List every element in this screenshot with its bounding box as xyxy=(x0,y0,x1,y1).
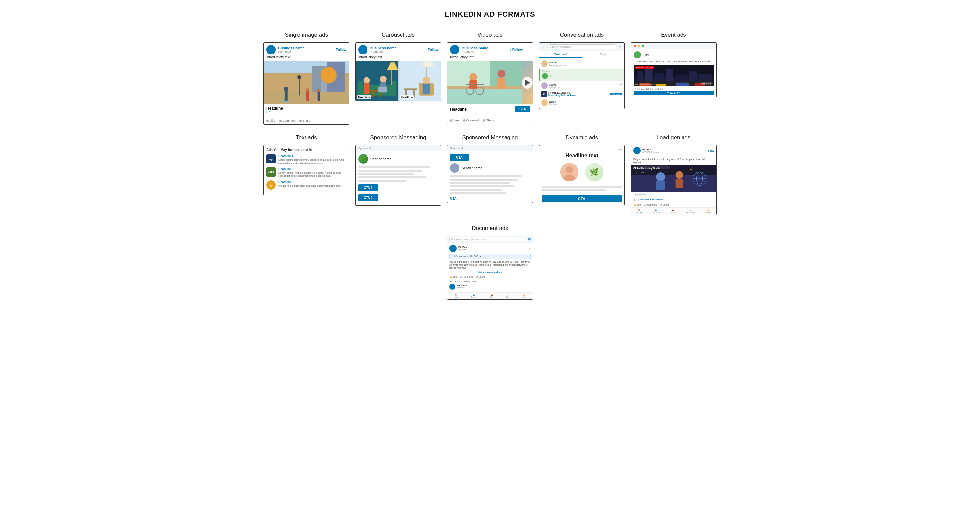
intro-text: Introductory text xyxy=(356,56,441,61)
carousel-scene-right xyxy=(399,61,441,101)
event-image: Live Ad · 12:30 PM View event Harvesting… xyxy=(634,65,714,86)
post-text: You've signed up for the next webinar on… xyxy=(449,260,531,269)
divider xyxy=(447,116,533,116)
info-label: Information sent to FinDex xyxy=(454,255,481,257)
body-1: Lorem ipsum dolor sit amet, consectetur … xyxy=(278,158,346,165)
comment-action[interactable]: 💬 Comment xyxy=(644,204,657,207)
cta-bottom[interactable]: CTA xyxy=(450,196,530,200)
focused-tab[interactable]: Focused xyxy=(539,51,582,58)
event-btn-overlay[interactable]: View event xyxy=(700,82,712,85)
follow-button[interactable]: + Follow xyxy=(333,48,346,51)
headline-1[interactable]: Headline 1 xyxy=(278,154,346,158)
lead-gen-ad-item: Lead gen ads FinDex 406,336 followers + … xyxy=(631,134,716,215)
biz-info: Business name Promoted xyxy=(278,46,331,53)
cta-top[interactable]: CTA xyxy=(450,154,469,161)
divider xyxy=(264,116,349,116)
share-icon: ↗ xyxy=(660,204,662,207)
cta-button-1[interactable]: CTA 1 xyxy=(358,184,378,191)
msg-nav[interactable]: ✉Messages xyxy=(686,209,695,213)
download-label[interactable]: & Download document xyxy=(638,199,663,201)
avatar xyxy=(266,45,276,54)
view-event-btn[interactable]: View event xyxy=(610,93,622,96)
event-icon: 📅 xyxy=(541,91,547,97)
ad-badge: Ad xyxy=(542,148,622,151)
event-header: ··· xyxy=(631,43,716,49)
dynamic-headline: Headline text xyxy=(542,153,622,159)
back-icon[interactable]: ← xyxy=(542,45,546,49)
message-row-3: Name Preview... xyxy=(541,99,622,107)
avatar xyxy=(358,45,368,54)
like-action[interactable]: Like xyxy=(266,119,275,122)
like-action[interactable]: 👍 Like xyxy=(633,204,641,207)
close-dot xyxy=(634,45,636,47)
brand-avatar: 🌿 xyxy=(585,163,603,182)
svg-point-11 xyxy=(284,86,288,91)
text-ad-item: Text ads Ads You May be Interested In Lo… xyxy=(264,134,349,215)
other-tab[interactable]: Other xyxy=(582,51,624,58)
share-action[interactable]: ↗ Share xyxy=(660,204,669,207)
intro-text: Introductory text xyxy=(264,56,349,61)
doc-notif-nav[interactable]: 🔔Notifs xyxy=(522,294,526,298)
dynamic-cta-button[interactable]: CTA xyxy=(542,194,622,202)
line-2 xyxy=(358,170,422,172)
doc-search-bar[interactable]: Search for people, jobs, and more... xyxy=(449,237,525,242)
biz-info: Business name Promoted xyxy=(370,46,423,53)
share-action[interactable]: Share xyxy=(483,119,494,122)
headline-3[interactable]: Headline 3 xyxy=(278,180,346,184)
follow-button[interactable]: + Follow xyxy=(425,48,438,51)
network-nav[interactable]: 👥Network xyxy=(652,209,660,213)
like-action[interactable]: Like xyxy=(450,119,459,122)
sponsored-msg-2-label: Sponsored Messaging xyxy=(462,134,518,141)
event-date-label: Fri Oct 23, 12:30 PM - 1:30 PM xyxy=(634,88,714,90)
url-text: URL xyxy=(266,111,346,114)
share-action[interactable]: ↗ Share xyxy=(476,276,485,279)
share-action[interactable]: Share xyxy=(299,119,311,122)
home-nav[interactable]: 🏠Home xyxy=(636,209,641,213)
sender-2-name: Sender name xyxy=(461,166,482,170)
more-options-icon[interactable]: ··· xyxy=(526,47,530,52)
comment-action[interactable]: 💬 Comment xyxy=(460,276,474,279)
svg-rect-14 xyxy=(318,92,320,101)
notif-nav[interactable]: 🔔Notifs xyxy=(706,209,711,213)
msg-content-2: Name time Preview text xyxy=(549,83,622,88)
event-row: 📅 Fri Oct 23, 12:30 PM Harvesting Data W… xyxy=(541,91,622,97)
download-icon: ⬇ xyxy=(633,198,636,201)
close-btn[interactable]: ✕ xyxy=(529,247,531,250)
svg-rect-42 xyxy=(447,86,522,89)
jobs-nav[interactable]: 💼Jobs xyxy=(671,209,675,213)
sponsored-msg-1-card: Sponsored 🌿 Sender name CTA 1 xyxy=(355,145,441,206)
followers-count: 406,336 followers xyxy=(642,151,703,153)
conv-header: ← Search messages ✏ xyxy=(539,43,624,51)
doc-msg-nav[interactable]: ✉Msg xyxy=(506,294,509,298)
comment-action[interactable]: Comment xyxy=(279,119,296,122)
like-label: Like xyxy=(270,119,275,122)
like-action[interactable]: 👍 Like xyxy=(449,276,457,279)
doc-poster-row: FinDex Promoted ✕ xyxy=(449,245,531,252)
event-time: Fri Oct 23, 12:30 PM xyxy=(549,92,576,94)
msg-time-2: time xyxy=(619,84,622,86)
event-btn-main[interactable]: View event xyxy=(634,91,714,95)
doc-network-nav[interactable]: 👥Network xyxy=(471,294,477,298)
sponsored-header: Sponsored xyxy=(356,145,441,151)
comment-action[interactable]: Comment xyxy=(463,119,479,122)
visit-btn[interactable]: Visit company website xyxy=(449,271,531,273)
text-ad-title: Ads You May be Interested In xyxy=(266,148,346,151)
apps-icon[interactable]: ⊞ xyxy=(528,237,531,241)
avatar xyxy=(450,45,459,54)
biz-info: Business name Promoted xyxy=(461,46,507,53)
like-icon xyxy=(450,119,452,121)
doc-jobs-nav[interactable]: 💼Jobs xyxy=(490,294,493,298)
follow-button[interactable]: + Follow xyxy=(509,48,523,51)
cta-button-2[interactable]: CTA 2 xyxy=(358,194,378,201)
carousel-slide-2: Headline xyxy=(398,61,441,101)
headline-2[interactable]: Headline 2 xyxy=(278,167,346,171)
search-bar[interactable]: Search messages xyxy=(547,44,617,49)
doc-home-nav[interactable]: 🏠Home xyxy=(454,294,458,298)
doc-bottom-nav: 🏠Home 👥Network 💼Jobs ✉Msg 🔔Notifs xyxy=(447,292,533,299)
edit-icon[interactable]: ✏ xyxy=(619,45,622,49)
msg-name-3: Name xyxy=(549,101,622,103)
cta-button[interactable]: CTA xyxy=(515,106,530,112)
follow-btn[interactable]: + Follow xyxy=(705,150,714,152)
brand-leaf-icon: 🌿 xyxy=(590,168,599,177)
play-button[interactable] xyxy=(522,76,533,89)
